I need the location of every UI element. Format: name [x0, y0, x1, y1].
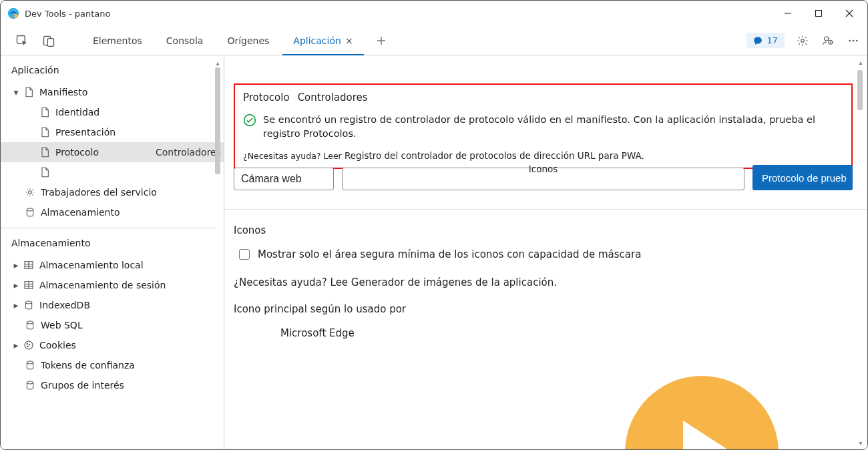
tab-console-label: Consola	[166, 35, 204, 46]
tree-label: Presentación	[55, 127, 224, 138]
storage-icon	[23, 320, 37, 330]
test-protocol-button[interactable]: Protocolo de prueb	[752, 165, 853, 190]
safe-area-label: Mostrar solo el área segura mínima de lo…	[258, 248, 641, 260]
tree-cookies[interactable]: ▸ Cookies	[1, 335, 224, 355]
tree-session-storage[interactable]: ▸ Almacenamiento de sesión	[1, 275, 224, 295]
sidebar-section-storage: Almacenamiento	[1, 228, 224, 255]
tree-presentacion[interactable]: Presentación	[1, 122, 224, 142]
chevron-right-icon[interactable]: ▸	[10, 300, 22, 310]
chevron-down-icon[interactable]: ▾	[10, 87, 22, 97]
inspect-icon[interactable]	[10, 29, 34, 53]
play-icon	[625, 376, 779, 449]
svg-point-12	[825, 37, 829, 41]
tab-application-label: Aplicación	[293, 35, 341, 46]
main-content: Protocolo Controladores Se encontró un r…	[224, 55, 867, 449]
svg-point-27	[25, 301, 31, 304]
tree-label: Trabajadores del servicio	[41, 187, 224, 198]
tree-tokens[interactable]: Tokens de confianza	[1, 355, 224, 375]
tree-local-storage[interactable]: ▸ Almacenamiento local	[1, 255, 224, 275]
minimize-button[interactable]	[773, 3, 803, 24]
svg-point-1	[14, 14, 18, 18]
file-icon	[38, 127, 51, 138]
svg-rect-3	[816, 11, 822, 17]
tree-label: Manifiesto	[39, 87, 224, 97]
more-icon[interactable]	[842, 29, 865, 52]
tab-sources-label: Orígenes	[227, 35, 269, 46]
tree-label: Cookies	[39, 340, 224, 351]
svg-point-35	[244, 115, 256, 126]
svg-point-15	[853, 39, 855, 41]
camera-input[interactable]	[234, 168, 334, 190]
file-icon	[38, 147, 51, 158]
storage-icon	[23, 207, 37, 218]
tree-label: Protocolo	[55, 147, 156, 158]
tab-close-icon[interactable]: ×	[345, 35, 353, 46]
svg-point-16	[856, 39, 858, 41]
titlebar: Dev Tools - pantano	[1, 1, 867, 26]
window: Dev Tools - pantano Elementos Consola Or…	[0, 0, 868, 450]
hb-message: Se encontró un registro de controlador d…	[263, 113, 843, 141]
close-button[interactable]	[834, 3, 865, 24]
tab-console[interactable]: Consola	[156, 26, 214, 55]
tab-elements-label: Elementos	[93, 35, 142, 46]
storage-icon	[23, 380, 37, 391]
main-icon-row: Icono principal según lo usado por	[234, 303, 853, 315]
tree-label: Grupos de interés	[41, 380, 224, 391]
svg-point-30	[27, 343, 27, 344]
tree-manifiesto[interactable]: ▾ Manifiesto	[1, 82, 224, 102]
chevron-right-icon[interactable]: ▸	[10, 260, 22, 270]
tree-grupos[interactable]: Grupos de interés	[1, 375, 224, 395]
tab-elements[interactable]: Elementos	[82, 26, 153, 55]
tree-indexeddb[interactable]: ▸ IndexedDB	[1, 295, 224, 315]
feedback-icon[interactable]	[817, 29, 839, 52]
hb-help-link[interactable]: Registro del controlador de protocolos d…	[342, 150, 644, 161]
tree-label: IndexedDB	[39, 300, 224, 310]
svg-point-31	[29, 345, 30, 345]
svg-point-29	[25, 341, 33, 349]
hb-title-1: Protocolo	[243, 91, 290, 103]
iconos-help: ¿Necesitas ayuda? Lee Generador de imáge…	[234, 276, 853, 288]
tree-empty[interactable]	[1, 162, 224, 182]
file-icon	[22, 87, 35, 97]
tab-sources[interactable]: Orígenes	[216, 26, 280, 55]
settings-icon[interactable]	[791, 29, 814, 52]
app-icon	[7, 7, 19, 19]
storage-icon	[23, 360, 37, 371]
maximize-button[interactable]	[803, 3, 834, 24]
svg-point-18	[27, 208, 33, 211]
main: Protocolo Controladores Se encontró un r…	[224, 55, 867, 449]
sidebar: Aplicación ▾ Manifiesto Identidad Presen…	[1, 55, 224, 449]
tab-application[interactable]: Aplicación ×	[282, 26, 363, 55]
chevron-right-icon[interactable]: ▸	[10, 280, 22, 290]
main-scrollbar[interactable]: ▴ ▾	[855, 57, 866, 448]
safe-area-checkbox[interactable]	[239, 249, 250, 260]
cookie-icon	[22, 340, 35, 351]
tree-identidad[interactable]: Identidad	[1, 102, 224, 122]
tree-protocolo[interactable]: Protocolo Controladores	[1, 142, 224, 162]
sidebar-scrollbar[interactable]: ▴	[213, 58, 222, 432]
file-icon	[38, 107, 51, 118]
check-circle-icon	[243, 114, 256, 127]
tree-websql[interactable]: Web SQL	[1, 315, 224, 335]
hb-help-small: ¿Necesitas ayuda? Leer	[243, 151, 342, 161]
protocol-highlight-box: Protocolo Controladores Se encontró un r…	[234, 83, 853, 169]
svg-point-33	[27, 361, 33, 364]
chevron-right-icon[interactable]: ▸	[10, 340, 22, 351]
tree-almacenamiento[interactable]: Almacenamiento	[1, 202, 224, 222]
fields-row: Iconos Protocolo de prueb	[234, 165, 853, 190]
tree-label: Almacenamiento local	[39, 260, 224, 270]
add-tab-button[interactable]	[367, 35, 396, 46]
table-icon	[22, 260, 35, 270]
storage-icon	[22, 300, 35, 310]
body: Aplicación ▾ Manifiesto Identidad Presen…	[1, 55, 867, 449]
iconos-floating-label: Iconos	[529, 164, 558, 174]
svg-point-17	[29, 191, 32, 194]
tree-label: Tokens de confianza	[41, 360, 224, 371]
device-icon[interactable]	[37, 29, 61, 53]
file-icon	[38, 167, 51, 178]
tree-trabajadores[interactable]: Trabajadores del servicio	[1, 182, 224, 202]
window-title: Dev Tools - pantano	[25, 9, 111, 19]
separator	[224, 209, 867, 210]
issues-button[interactable]: 17	[746, 33, 785, 48]
tree-label: Web SQL	[41, 320, 224, 330]
